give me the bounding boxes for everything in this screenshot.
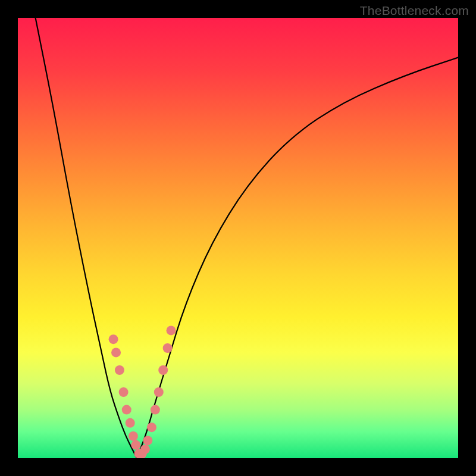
marker-dot xyxy=(109,334,118,344)
marker-dot xyxy=(154,387,164,397)
plot-frame: TheBottleneck.com xyxy=(0,0,476,476)
marker-dot xyxy=(126,418,135,428)
marker-dot xyxy=(147,422,156,432)
marker-dot xyxy=(163,343,173,353)
marker-dot xyxy=(143,436,152,445)
marker-dot xyxy=(131,440,140,450)
marker-dot xyxy=(119,387,129,397)
curve-right-branch xyxy=(137,58,458,458)
marker-dot xyxy=(151,405,160,415)
watermark-text: TheBottleneck.com xyxy=(360,4,469,18)
marker-dot xyxy=(167,325,176,335)
marker-dot xyxy=(122,405,131,415)
marker-dot xyxy=(158,365,168,375)
plot-area xyxy=(18,18,458,458)
marker-dot xyxy=(115,365,124,375)
marker-dot xyxy=(129,431,138,441)
chart-svg xyxy=(18,18,458,458)
marker-cluster xyxy=(109,325,176,458)
series-right-branch xyxy=(137,58,458,458)
marker-dot xyxy=(140,444,150,454)
marker-dot xyxy=(111,347,121,357)
